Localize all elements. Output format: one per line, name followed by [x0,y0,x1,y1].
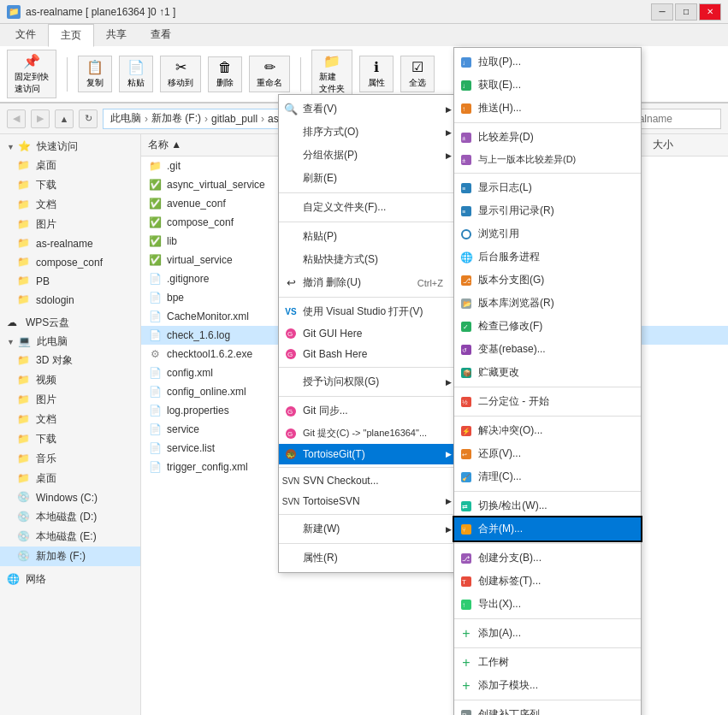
sidebar-item-pb[interactable]: 📁PB [0,272,140,291]
ctx-tortoisesvn[interactable]: SVN TortoiseSVN ▶ [279,491,457,511]
virtual-icon: ✅ [148,253,162,267]
ctx-properties[interactable]: 属性(R) [279,547,457,570]
sidebar-item-c[interactable]: 💿Windows (C:) [0,488,140,507]
sub-submodule[interactable]: + 添加子模块... [454,674,641,697]
sidebar-item-music[interactable]: 📁音乐 [0,449,140,469]
ctx-customize[interactable]: 自定义文件夹(F)... [279,196,457,219]
sidebar-item-dl[interactable]: 📁下载 [0,429,140,449]
sub-bg-service[interactable]: 🌐 后台服务进程 [454,245,641,269]
ctx-refresh[interactable]: 刷新(E) [279,167,457,190]
tab-share[interactable]: 共享 [94,24,139,46]
sidebar-item-asrealname[interactable]: 📁as-realname [0,234,140,253]
title-controls[interactable]: ─ □ ✕ [651,3,721,21]
sidebar-item-pictures[interactable]: 📁图片 [0,390,140,410]
path-drive[interactable]: 新加卷 (F:) [151,111,201,126]
ctx-gitcommit[interactable]: G Git 提交(C) -> "plane16364"... [279,422,457,444]
ctx-view[interactable]: 🔍 查看(V) ▶ [279,98,457,121]
sub-rebase[interactable]: ↺ 变基(rebase)... [454,338,641,361]
sidebar-item-f[interactable]: 💿新加卷 (F:) [0,547,140,566]
sub-clean[interactable]: 🧹 清理(C)... [454,465,641,488]
ctx-paste-shortcut[interactable]: 粘贴快捷方式(S) [279,248,457,271]
ctx-undo[interactable]: ↩ 撤消 删除(U) Ctrl+Z [279,271,457,294]
sidebar-item-video[interactable]: 📁视频 [0,370,140,390]
sidebar-item-desktop[interactable]: 📁桌面 [0,156,140,175]
ribbon-props[interactable]: ℹ属性 [359,56,394,92]
up-button[interactable]: ▲ [55,109,74,128]
ctx-svnco[interactable]: SVN SVN Checkout... [279,470,457,491]
pics-icon: 📁 [17,218,31,232]
refresh-button[interactable]: ↻ [79,109,98,128]
close-button[interactable]: ✕ [699,3,721,21]
ctx-group[interactable]: 分组依据(P) ▶ [279,144,457,167]
ctx-tortoisegit[interactable]: 🐢 TortoiseGit(T) ▶ [279,444,457,464]
ctx-sort[interactable]: 排序方式(O) ▶ [279,121,457,144]
sub-push[interactable]: ↑ 推送(H)... [454,97,641,120]
sidebar-this-pc[interactable]: ▼ 💻 此电脑 [0,333,140,351]
ctx-gitsync[interactable]: G Git 同步... [279,399,457,422]
col-size[interactable]: 大小 [653,138,721,152]
ribbon-move[interactable]: ✂移动到 [160,56,201,92]
ribbon-newfolder[interactable]: 📁新建文件夹 [311,50,352,98]
sub-bisect[interactable]: ½ 二分定位 - 开始 [454,390,641,413]
back-button[interactable]: ◀ [7,109,26,128]
ctx-paste[interactable]: 粘贴(P) [279,225,457,248]
ribbon-paste[interactable]: 📄粘贴 [119,56,153,92]
sub-create-patch[interactable]: P 创建补丁序列... [454,703,641,715]
ribbon-pin[interactable]: 📌 固定到快速访问 [7,50,56,98]
ribbon-delete[interactable]: 🗑删除 [208,56,242,92]
tab-home[interactable]: 主页 [48,24,94,47]
sidebar-item-network[interactable]: 🌐网络 [0,570,140,589]
ctx-gitgui[interactable]: G Git GUI Here [279,323,457,344]
tab-view[interactable]: 查看 [139,24,183,46]
ctx-new[interactable]: 新建(W) ▶ [279,517,457,541]
sub-worktree[interactable]: + 工作树 [454,651,641,674]
sub-add[interactable]: + 添加(A)... [454,622,641,645]
ctx-vscode[interactable]: VS 使用 Visual Studio 打开(V) [279,300,457,323]
sub-rev-graph[interactable]: ⎇ 版本分支图(G) [454,269,641,292]
sidebar-item-composeconf[interactable]: 📁compose_conf [0,253,140,272]
sub-repo-browser[interactable]: 📂 版本库浏览器(R) [454,292,641,315]
sidebar-item-docs[interactable]: 📁文档 [0,195,140,215]
sub-diff[interactable]: ± 比较差异(D) [454,126,641,149]
sub-pull[interactable]: ↓ 拉取(P)... [454,50,641,74]
sub-diff-prev[interactable]: ± 与上一版本比较差异(D) [454,149,641,170]
sidebar-quick-access[interactable]: ▼ ⭐ 快速访问 [0,138,140,156]
ribbon-rename[interactable]: ✏重命名 [249,56,290,92]
path-gitlab[interactable]: gitlab_pull [211,113,257,125]
forward-button[interactable]: ▶ [31,109,50,128]
ctx-access[interactable]: 授予访问权限(G) ▶ [279,370,457,393]
sidebar-item-d[interactable]: 💿本地磁盘 (D:) [0,507,140,527]
sidebar-item-documents[interactable]: 📁文档 [0,410,140,429]
sub-export[interactable]: ↑ 导出(X)... [454,593,641,616]
sub-merge[interactable]: ⑂ 合并(M)... [454,517,641,541]
sub-check-mods[interactable]: ✓ 检查已修改(F) [454,315,641,338]
maximize-button[interactable]: □ [675,3,697,21]
sub-tag[interactable]: T 创建标签(T)... [454,570,641,593]
sidebar-item-3d[interactable]: 📁3D 对象 [0,351,140,370]
sub-reflog[interactable]: ≡ 显示引用记录(R) [454,199,641,222]
ribbon-select[interactable]: ☑全选 [400,56,435,92]
minimize-button[interactable]: ─ [651,3,673,21]
ribbon-copy[interactable]: 📋复制 [78,56,112,92]
sub-branch[interactable]: ⎇ 创建分支(B)... [454,547,641,570]
sidebar-item-pics[interactable]: 📁图片 [0,215,140,234]
sidebar-item-downloads[interactable]: 📁下载 [0,175,140,195]
sidebar: ▼ ⭐ 快速访问 📁桌面 📁下载 📁文档 📁图片 📁as-realname 📁c… [0,134,141,715]
sub-revert[interactable]: ↩ 还原(V)... [454,442,641,465]
path-computer[interactable]: 此电脑 [110,111,141,126]
sidebar-section-quick: ▼ ⭐ 快速访问 📁桌面 📁下载 📁文档 📁图片 📁as-realname 📁c… [0,138,140,310]
d-icon: 💿 [17,511,31,524]
sub-browse-ref[interactable]: 浏览引用 [454,222,641,245]
sub-stash[interactable]: 📦 贮藏更改 [454,361,641,384]
ctx-gitbash[interactable]: G Git Bash Here [279,344,457,364]
sub-resolve[interactable]: ⚡ 解决冲突(O)... [454,419,641,442]
sidebar-item-sdologin[interactable]: 📁sdologin [0,291,140,310]
sub-switch[interactable]: ⇄ 切换/检出(W)... [454,494,641,517]
sub-fetch[interactable]: ↓ 获取(E)... [454,74,641,97]
sub-log[interactable]: ≡ 显示日志(L) [454,176,641,199]
trigger-icon: 📄 [148,460,162,474]
sidebar-item-wps[interactable]: ☁WPS云盘 [0,313,140,333]
sidebar-item-dsk[interactable]: 📁桌面 [0,469,140,488]
tab-file[interactable]: 文件 [3,24,48,46]
sidebar-item-e[interactable]: 💿本地磁盘 (E:) [0,527,140,547]
